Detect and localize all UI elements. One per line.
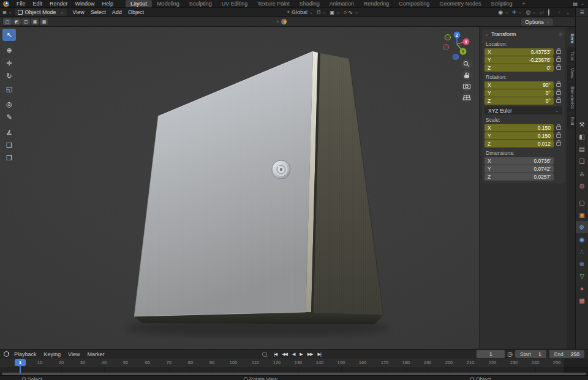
timeline-menu-item[interactable]: Playback <box>10 351 40 357</box>
properties-tab-data[interactable]: ▽ <box>576 270 588 282</box>
dimensions-field[interactable]: Z 0.0257' <box>484 173 554 181</box>
select-mode-extend[interactable]: ◫ <box>21 18 30 25</box>
tool-annotate[interactable]: ✎ <box>2 111 16 123</box>
viewport-menu-item[interactable]: View <box>69 9 87 15</box>
rotation-field[interactable]: Z 0° <box>484 97 554 105</box>
workspace-tab[interactable]: Animation <box>325 0 359 7</box>
select-mode-box[interactable]: ◩ <box>12 18 21 25</box>
axis-x-handle[interactable] <box>463 39 470 45</box>
timeline-ruler[interactable]: 1020304050607080901001101201301401501601… <box>0 359 588 367</box>
shading-material-button[interactable] <box>559 12 560 13</box>
frame-start-field[interactable]: Start1 <box>515 350 546 358</box>
camera-view-button[interactable] <box>462 81 472 92</box>
select-mode-subtract[interactable]: ▣ <box>31 18 39 25</box>
proportional-edit-button[interactable]: ○ ∿ <box>344 9 358 15</box>
axis-neg-x-handle[interactable] <box>443 45 449 50</box>
shading-wireframe-button[interactable] <box>548 9 550 16</box>
timeline-menu-item[interactable]: Marker <box>83 351 108 357</box>
sidebar-tab[interactable]: BlenderKit <box>567 83 575 112</box>
tool-add-cube[interactable]: ❏ <box>2 139 16 151</box>
properties-header[interactable]: ☰ <box>576 8 588 17</box>
workspace-tab[interactable]: Rendering <box>359 0 394 7</box>
scene-selector-button[interactable]: ▤ <box>573 1 584 7</box>
play-button[interactable]: ▶ <box>298 351 304 357</box>
prev-keyframe-button[interactable]: ◀◀ <box>280 351 289 357</box>
lock-icon[interactable] <box>556 50 561 54</box>
workspace-tab[interactable]: UV Editing <box>217 0 253 7</box>
workspace-tab[interactable]: Sculpting <box>184 0 217 7</box>
xray-toggle[interactable]: ▱ <box>540 9 544 15</box>
menu-item[interactable]: Render <box>46 1 72 7</box>
tool-rotate[interactable]: ↻ <box>2 70 16 82</box>
workspace-tab[interactable]: Shading <box>295 0 325 7</box>
properties-tab-output[interactable]: ▤ <box>576 143 588 155</box>
properties-tab-object[interactable]: ▣ <box>576 209 588 221</box>
properties-tab-particles[interactable]: ∴ <box>576 245 588 258</box>
tool-extrude[interactable]: ❐ <box>2 152 16 164</box>
navigation-gizmo[interactable]: Z X Y <box>443 32 470 60</box>
menu-item[interactable]: Edit <box>29 1 47 7</box>
properties-tab-render[interactable]: ◧ <box>576 130 588 143</box>
options-button[interactable]: Options <box>521 18 553 26</box>
properties-tab-collection[interactable]: ▢ <box>576 196 588 209</box>
lock-icon[interactable] <box>556 66 561 70</box>
playhead-badge[interactable]: 1 <box>15 359 26 366</box>
workspace-tab[interactable]: Geometry Nodes <box>434 0 486 7</box>
viewport-menu-item[interactable]: Select <box>88 9 109 15</box>
next-keyframe-button[interactable]: ▶▶ <box>306 351 315 357</box>
axis-y-handle[interactable] <box>460 48 467 55</box>
dimensions-field[interactable]: Y 0.0742' <box>484 165 554 173</box>
lock-icon[interactable] <box>556 126 561 130</box>
workspace-tab[interactable]: + <box>517 0 530 7</box>
shading-rendered-button[interactable] <box>564 9 570 16</box>
viewport-menu-item[interactable]: Object <box>125 9 147 15</box>
gizmos-button[interactable]: ✛ <box>512 9 522 15</box>
lock-icon[interactable] <box>556 134 561 138</box>
axis-neg-y-handle[interactable] <box>445 35 451 40</box>
orientation-dropdown[interactable]: ⌖ Global <box>287 9 312 15</box>
tool-move[interactable]: ✛ <box>2 57 16 69</box>
menu-item[interactable]: Window <box>72 1 99 7</box>
menu-item[interactable]: File <box>13 1 29 7</box>
workspace-tab[interactable]: Layout <box>126 0 152 7</box>
scale-field[interactable]: Y 0.150 <box>484 132 554 140</box>
axis-neg-z-handle[interactable] <box>453 54 459 60</box>
timeline-track[interactable] <box>0 367 588 373</box>
menu-item[interactable]: Help <box>99 1 118 7</box>
properties-tab-modifiers[interactable]: ⚙ <box>576 221 588 233</box>
jump-to-end-button[interactable]: ▶| <box>316 351 323 357</box>
tool-scale[interactable]: ◱ <box>2 83 16 95</box>
jump-to-start-button[interactable]: |◀ <box>272 351 279 357</box>
properties-tab-texture[interactable]: ▩ <box>576 294 588 307</box>
lock-icon[interactable] <box>556 99 561 103</box>
axis-z-handle[interactable] <box>454 32 461 39</box>
object-types-visibility-button[interactable]: ◉ <box>498 9 508 15</box>
shading-solid-button[interactable] <box>554 12 555 13</box>
properties-tab-view-layer[interactable]: ❏ <box>576 155 588 167</box>
scale-field[interactable]: Z 0.012 <box>484 140 554 147</box>
rotation-field[interactable]: Y 0° <box>484 89 554 97</box>
workspace-tab[interactable]: Modeling <box>152 0 184 7</box>
sidebar-tab[interactable]: View <box>567 65 575 81</box>
workspace-tab[interactable]: Compositing <box>394 0 434 7</box>
perspective-toggle-button[interactable] <box>462 92 472 103</box>
play-reverse-button[interactable]: ◀ <box>290 351 296 357</box>
transform-panel-header[interactable]: ⌄ Transform ≡ <box>482 29 565 39</box>
timeline-menu-item[interactable]: Keying <box>40 351 65 357</box>
sidebar-tab[interactable]: Tool <box>567 48 575 64</box>
properties-tab-material[interactable]: ● <box>576 282 588 294</box>
pan-button[interactable] <box>462 70 472 81</box>
properties-tab-tool[interactable]: ⚒ <box>576 118 588 130</box>
current-frame-field[interactable]: 1 <box>477 350 505 358</box>
select-mode-intersect[interactable]: ▦ <box>40 18 48 25</box>
lock-icon[interactable] <box>556 142 561 146</box>
rotation-mode-select[interactable]: XYZ Euler <box>484 106 562 114</box>
lock-icon[interactable] <box>556 83 561 87</box>
pivot-point-button[interactable]: ▣ <box>330 10 339 15</box>
properties-tab-physics[interactable]: ⊚ <box>576 258 588 270</box>
location-field[interactable]: Z 0' <box>484 64 554 72</box>
viewport-3d[interactable]: Z X Y <box>0 27 575 349</box>
timeline-editor-type-button[interactable] <box>4 351 9 357</box>
select-mode-tweak[interactable]: ▢ <box>3 18 12 25</box>
viewport-menu-item[interactable]: Add <box>109 9 125 15</box>
